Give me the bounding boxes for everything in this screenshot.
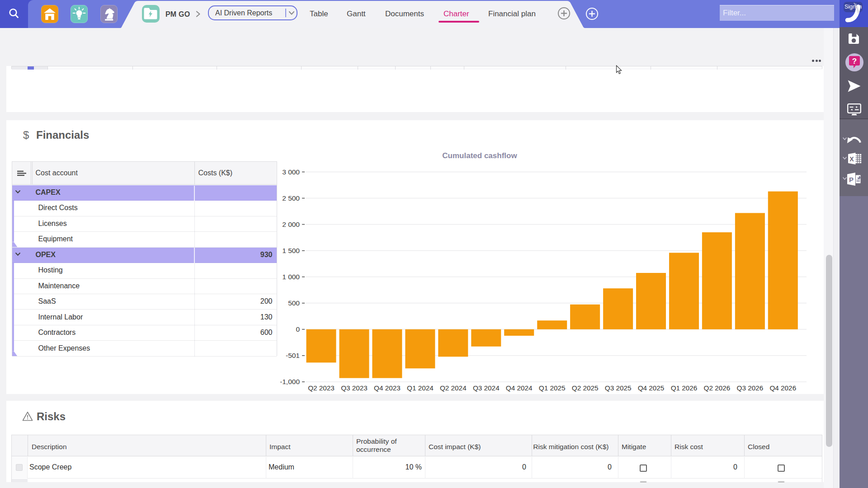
svg-text:Q3 2026: Q3 2026 <box>737 384 764 392</box>
svg-text:Q4 2023: Q4 2023 <box>374 384 401 392</box>
svg-text:Q1 2024: Q1 2024 <box>407 384 434 392</box>
svg-text:X: X <box>849 155 854 163</box>
svg-text:-1,000: -1,000 <box>280 378 300 385</box>
svg-text:P: P <box>849 176 854 183</box>
svg-text:500: 500 <box>288 299 300 307</box>
svg-text:-501: -501 <box>286 352 300 359</box>
svg-text:0: 0 <box>296 325 300 333</box>
svg-text:Q2 2023: Q2 2023 <box>308 384 335 392</box>
svg-text:2 500: 2 500 <box>282 194 300 202</box>
svg-text:Q3 2023: Q3 2023 <box>341 384 368 392</box>
svg-text:Q3 2025: Q3 2025 <box>605 384 632 392</box>
svg-text:Q1 2026: Q1 2026 <box>671 384 698 392</box>
svg-text:Q2 2024: Q2 2024 <box>440 384 467 392</box>
svg-text:1 000: 1 000 <box>282 273 300 281</box>
svg-text:Q4 2026: Q4 2026 <box>769 384 796 392</box>
svg-text:Cumulated cashflow: Cumulated cashflow <box>442 151 517 160</box>
svg-text:Q4 2024: Q4 2024 <box>506 384 533 392</box>
svg-text:?: ? <box>852 57 857 66</box>
svg-text:1 500: 1 500 <box>282 247 300 254</box>
svg-text:Q2 2025: Q2 2025 <box>572 384 599 392</box>
svg-text:Q3 2024: Q3 2024 <box>473 384 500 392</box>
svg-text:Q4 2025: Q4 2025 <box>638 384 665 392</box>
svg-text:2 000: 2 000 <box>282 221 300 228</box>
svg-text:3 000: 3 000 <box>282 168 300 176</box>
svg-text:Q2 2026: Q2 2026 <box>704 384 731 392</box>
svg-text:Q1 2025: Q1 2025 <box>539 384 566 392</box>
